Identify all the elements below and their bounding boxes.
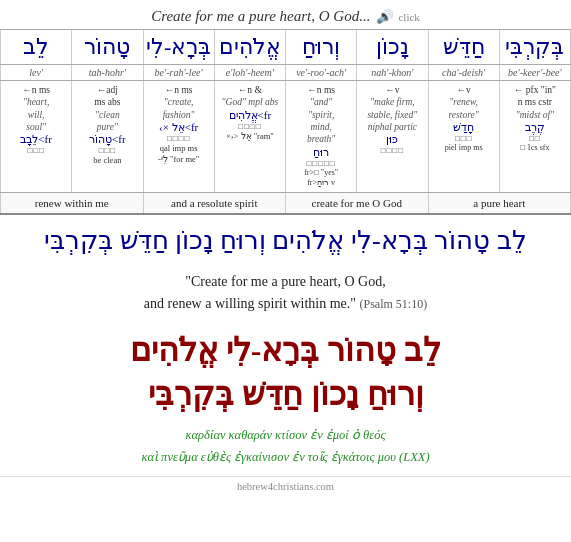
greek-line1: καρδίαν καθαράν κτίσον ἐν ἐμοί ὁ θεός <box>10 425 561 446</box>
heb-cell-elohim: אֱלֹהִים <box>215 30 286 64</box>
trans-lev: lev' <box>0 65 72 80</box>
eng-resolute: and a resolute spirit <box>144 193 287 213</box>
quote-line2: and renew a willing spirit within me." <box>144 296 356 311</box>
footer-url: hebrew4christians.com <box>237 481 334 492</box>
heb-cell-berali: בְּרָא-לִי <box>144 30 215 64</box>
english-row: renew within me and a resolute spirit cr… <box>0 193 571 215</box>
english-quote-block: "Create for me a pure heart, O God, and … <box>0 263 571 320</box>
click-label: click <box>398 11 419 23</box>
hebrew-header-row: לֵב טָהוֹר בְּרָא-לִי אֱלֹהִים וְרוּחַ נ… <box>0 29 571 65</box>
trans-veruach: ve'-roo'-ach' <box>286 65 357 80</box>
heb-cell-tahor: טָהוֹר <box>72 30 143 64</box>
gram-elohim: ←n & "God" mpl abs fr>אֱלֹהִים □□□□ ×›> … <box>215 81 286 192</box>
heb-cell-bekirbi: בְּקִרְבִּי <box>500 30 571 64</box>
gram-veruach: ←n ms "and""spirit,mind,breath" רוּחַ □□… <box>286 81 357 192</box>
trans-chadesh: cha'-deish' <box>429 65 500 80</box>
trans-elohim: e'loh'-heem' <box>215 65 286 80</box>
large-hebrew-block: לֵב טָהוֹר בְּרָא-לִי אֱלֹהִים וְרוּחַ נ… <box>0 320 571 420</box>
full-hebrew-verse: לֵב טָהוֹר בְּרָא-לִי אֱלֹהִים וְרוּחַ נ… <box>0 215 571 263</box>
eng-renew: renew within me <box>0 193 144 213</box>
trans-bekirbi: be'-keer'-bee' <box>500 65 571 80</box>
gram-nachon: ←v "make firm,stable, fixed"niphal parti… <box>357 81 428 192</box>
gram-tahor: ←adjms abs "cleanpure" fr>טָהוֹר □□□ be … <box>72 81 143 192</box>
title-bar: Create for me a pure heart, O God... 🔊 c… <box>0 0 571 29</box>
trans-tahor: tah-hohr' <box>72 65 143 80</box>
psalm-ref: (Psalm 51:10) <box>360 297 428 311</box>
greek-block: καρδίαν καθαράν κτίσον ἐν ἐμοί ὁ θεός κα… <box>0 419 571 472</box>
heb-cell-nachon: נָכוֹן <box>357 30 428 64</box>
gram-chadesh: ←v "renew,restore" חָדַשׁ □□□ piel imp m… <box>429 81 500 192</box>
footer: hebrew4christians.com <box>0 476 571 496</box>
heb-cell-lev: לֵב <box>0 30 72 64</box>
greek-line2: καὶ πνεῦμα εὐθὲς ἐγκαίνισον ἐν τοῖς ἐγκά… <box>10 447 561 468</box>
trans-berali: be'-rah'-lee' <box>144 65 215 80</box>
gram-bekirbi: ← pfx "in" n ms cstr "midst of" קֶרֶב □□… <box>500 81 571 192</box>
trans-nachon: nah'-khon' <box>357 65 428 80</box>
gram-lev: ←n ms "heart,will,soul" fr>לֵבָב □□□ <box>0 81 72 192</box>
heb-cell-veruach: וְרוּחַ <box>286 30 357 64</box>
eng-create: create for me O God <box>286 193 429 213</box>
eng-pure: a pure heart <box>429 193 572 213</box>
quote-line1: "Create for me a pure heart, O God, <box>185 274 385 289</box>
heb-cell-chadesh: חַדֵּשׁ <box>429 30 500 64</box>
title-text: Create for me a pure heart, O God... <box>151 8 370 25</box>
grammar-row: ←n ms "heart,will,soul" fr>לֵבָב □□□ ←ad… <box>0 81 571 193</box>
gram-berali: ←n ms "create,fashion" fr>אֵל ×› □□□□ qa… <box>144 81 215 192</box>
translit-row: lev' tah-hohr' be'-rah'-lee' e'loh'-heem… <box>0 65 571 81</box>
sound-icon[interactable]: 🔊 <box>376 9 392 25</box>
large-heb-line1: לֵב טָהוֹר בְּרָא-לִי אֱלֹהִים <box>10 328 561 373</box>
large-heb-line2: וְרוּחַ נָכוֹן חַדֵּשׁ בְּקִרְבִּי <box>10 372 561 417</box>
